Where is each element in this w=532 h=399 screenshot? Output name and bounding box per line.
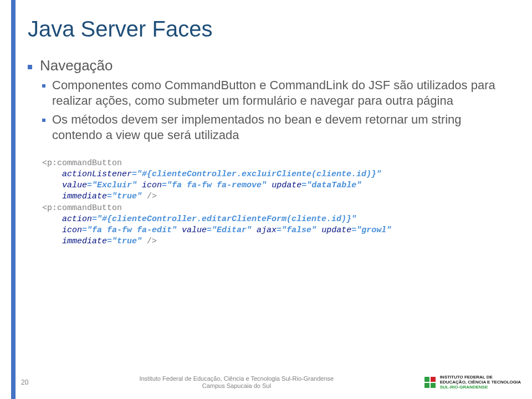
footer-institution: Instituto Federal de Educação, Ciência e…	[49, 375, 424, 391]
bullet-l2a-text: Componentes como CommandButton e Command…	[52, 78, 510, 109]
code-val: ="dataTable"	[301, 181, 361, 190]
code-tag-close2: />	[147, 237, 157, 246]
slide-footer: 20 Instituto Federal de Educação, Ciênci…	[21, 375, 521, 391]
bullet-list: Navegação Componentes como CommandButton…	[28, 57, 510, 144]
code-val: ="true"	[107, 237, 147, 246]
institution-logo: INSTITUTO FEDERAL DE EDUCAÇÃO, CIÊNCIA E…	[424, 375, 521, 390]
code-attr: icon	[62, 226, 82, 235]
code-attr: ajax	[257, 226, 277, 235]
bullet-level2-a: Componentes como CommandButton e Command…	[42, 78, 510, 109]
code-attr: immediate	[62, 192, 107, 201]
footer-line1: Instituto Federal de Educação, Ciência e…	[49, 375, 424, 383]
code-tag-open2: <p:commandButton	[42, 203, 122, 213]
code-val: ="#{clienteController.excluirCliente(cli…	[132, 170, 381, 179]
code-attr: immediate	[62, 237, 107, 246]
code-val: ="fa fa-fw fa-edit"	[82, 226, 182, 235]
code-attr: update	[321, 226, 351, 235]
logo-text: INSTITUTO FEDERAL DE EDUCAÇÃO, CIÊNCIA E…	[440, 375, 521, 390]
code-attr: icon	[142, 181, 162, 190]
code-attr: value	[62, 181, 87, 190]
code-val: ="false"	[277, 226, 321, 235]
logo-square	[424, 377, 429, 382]
code-val: ="growl"	[351, 226, 391, 235]
code-attr: actionListener	[62, 170, 132, 179]
bullet-l1-text: Navegação	[40, 57, 113, 74]
code-attr: update	[272, 181, 301, 190]
slide-accent-bar	[0, 0, 16, 399]
code-val: ="fa fa-fw fa-remove"	[162, 181, 272, 190]
slide-content: Java Server Faces Navegação Componentes …	[28, 17, 510, 248]
logo-square	[424, 383, 429, 388]
code-val: ="Excluir"	[87, 181, 142, 190]
slide-number: 20	[21, 378, 49, 386]
code-val: ="true"	[107, 192, 147, 201]
code-block: <p:commandButton actionListener="#{clien…	[42, 158, 510, 248]
code-attr: value	[182, 226, 207, 235]
code-val: ="#{clienteController.editarClienteForm(…	[92, 214, 356, 224]
logo-squares-icon	[424, 377, 436, 388]
code-val: ="Editar"	[207, 226, 257, 235]
bullet-level1: Navegação	[28, 57, 510, 74]
bullet-level2-b: Os métodos devem ser implementados no be…	[42, 112, 510, 143]
footer-line2: Campus Sapucaia do Sul	[49, 382, 424, 390]
bullet-l2b-text: Os métodos devem ser implementados no be…	[52, 112, 510, 143]
logo-square	[431, 383, 436, 388]
logo-square	[431, 377, 436, 382]
logo-line3: SUL-RIO-GRANDENSE	[440, 385, 521, 390]
code-tag-close1: />	[147, 192, 157, 201]
slide-title: Java Server Faces	[28, 17, 510, 42]
code-tag-open1: <p:commandButton	[42, 158, 122, 168]
code-attr: action	[62, 214, 92, 224]
